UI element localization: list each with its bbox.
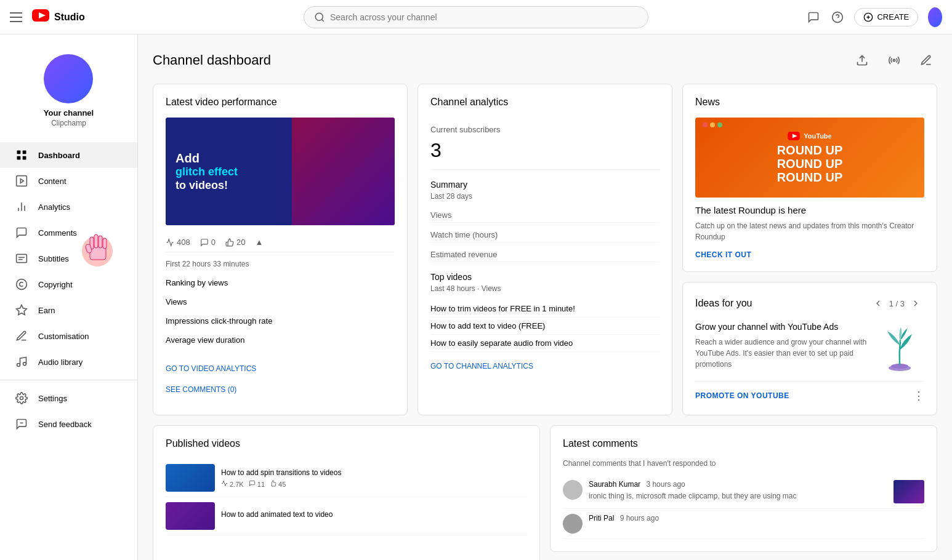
- sidebar-item-send-feedback[interactable]: Send feedback: [0, 411, 137, 437]
- comment-info-1: Saurabh Kumar 3 hours ago ironic thing i…: [589, 480, 887, 503]
- check-out-btn[interactable]: CHECK IT OUT: [695, 250, 751, 259]
- go-to-analytics-btn[interactable]: GO TO VIDEO ANALYTICS: [166, 364, 395, 373]
- pub-video-1: How to add spin transitions to videos 2.…: [166, 459, 527, 497]
- latest-comments-sub: Channel comments that I haven't responde…: [563, 459, 924, 468]
- create-button[interactable]: CREATE: [854, 8, 918, 26]
- svg-rect-10: [23, 151, 26, 154]
- comment-meta-2: Priti Pal 9 hours ago: [589, 514, 924, 522]
- content-grid: Latest video performance Add glitch effe…: [153, 84, 937, 415]
- sidebar-comments-label: Comments: [38, 228, 77, 238]
- content-icon: [15, 174, 28, 188]
- ideas-illustration: [875, 322, 924, 371]
- svg-point-23: [17, 364, 20, 367]
- pub-video-stats-1: 2.7K 11 45: [221, 480, 527, 488]
- svg-point-21: [17, 279, 27, 290]
- comment-meta-1: Saurabh Kumar 3 hours ago: [589, 480, 887, 489]
- header: Studio CREATE: [0, 0, 952, 34]
- hamburger-menu[interactable]: [10, 10, 25, 25]
- channel-handle: Clipchamp: [51, 119, 86, 127]
- go-to-channel-analytics-btn[interactable]: GO TO CHANNEL ANALYTICS: [430, 362, 533, 370]
- sidebar-item-earn[interactable]: Earn: [0, 297, 137, 323]
- comment-1: Saurabh Kumar 3 hours ago ironic thing i…: [563, 475, 924, 509]
- svg-point-2: [315, 13, 323, 20]
- ideas-card: Ideas for you 1 / 3: [682, 282, 937, 415]
- sidebar-nav: Dashboard Content Analytics Comments Sub…: [0, 142, 137, 437]
- published-videos-card: Published videos How to add spin transit…: [153, 425, 540, 560]
- search-bar[interactable]: [304, 6, 648, 28]
- page-title: Channel dashboard: [153, 52, 271, 68]
- channel-name: Your channel: [44, 108, 94, 118]
- svg-rect-18: [17, 254, 27, 262]
- summary-section: Summary Last 28 days Views Watch time (h…: [430, 180, 660, 262]
- metric-views: Views: [430, 208, 660, 223]
- ideas-next-btn[interactable]: [907, 295, 924, 312]
- video-thumbnail[interactable]: Add glitch effect to videos! ⚡ How to ad…: [166, 118, 395, 225]
- sidebar-feedback-label: Send feedback: [38, 420, 92, 429]
- comment-info-2: Priti Pal 9 hours ago: [589, 514, 924, 534]
- messages-icon[interactable]: [807, 7, 821, 27]
- sidebar-item-analytics[interactable]: Analytics: [0, 194, 137, 220]
- promote-footer: PROMOTE ON YOUTUBE ⋮: [695, 381, 924, 402]
- collapse-icon[interactable]: ▲: [255, 238, 263, 247]
- svg-point-25: [20, 397, 23, 400]
- top-videos-period: Last 48 hours · Views: [430, 284, 660, 293]
- dashboard-icon: [15, 148, 28, 162]
- latest-video-card: Latest video performance Add glitch effe…: [153, 84, 408, 415]
- ideas-prev-btn[interactable]: [869, 295, 887, 312]
- sidebar-dashboard-label: Dashboard: [38, 151, 80, 160]
- search-input[interactable]: [330, 12, 638, 22]
- channel-analytics-title: Channel analytics: [430, 97, 660, 108]
- help-icon[interactable]: [831, 7, 845, 27]
- comment-2: Priti Pal 9 hours ago: [563, 509, 924, 539]
- promote-btn[interactable]: PROMOTE ON YOUTUBE: [695, 391, 789, 400]
- sidebar-subtitles-label: Subtitles: [38, 254, 69, 263]
- news-article-title: The latest Roundup is here: [695, 205, 924, 215]
- pub-thumb-1[interactable]: [166, 464, 215, 492]
- main-content: Channel dashboard Latest video performan…: [138, 34, 952, 560]
- pub-comments-1: 11: [249, 480, 265, 488]
- ideas-page-info: 1 / 3: [889, 299, 905, 308]
- sidebar-item-audio-library[interactable]: Audio library: [0, 349, 137, 375]
- more-options-icon[interactable]: ⋮: [913, 389, 924, 402]
- sidebar-item-content[interactable]: Content: [0, 168, 137, 194]
- news-title: News: [695, 97, 924, 108]
- svg-rect-12: [17, 156, 21, 160]
- metrics-list: Ranking by views Views Impressions click…: [166, 276, 395, 347]
- sidebar-item-settings[interactable]: Settings: [0, 385, 137, 411]
- pub-video-title-1: How to add spin transitions to videos: [221, 468, 527, 478]
- sidebar-content-label: Content: [38, 177, 67, 186]
- search-icon: [314, 12, 325, 23]
- yt-studio-logo[interactable]: Studio: [32, 9, 85, 25]
- ideas-header: Ideas for you 1 / 3: [695, 295, 924, 312]
- copyright-icon: [15, 278, 28, 291]
- latest-video-title: Latest video performance: [166, 97, 395, 108]
- analytics-icon: [15, 200, 28, 214]
- edit-icon[interactable]: [915, 49, 937, 71]
- second-row: Published videos How to add spin transit…: [153, 425, 937, 560]
- sidebar-item-dashboard[interactable]: Dashboard: [0, 142, 137, 168]
- sidebar-item-copyright[interactable]: Copyright: [0, 271, 137, 297]
- time-label: First 22 hours 33 minutes: [166, 260, 395, 268]
- svg-point-24: [23, 362, 26, 366]
- svg-marker-22: [17, 305, 27, 315]
- user-avatar[interactable]: [928, 7, 942, 27]
- top-videos-list: How to trim videos for FREE in 1 minute!…: [430, 300, 660, 352]
- channel-avatar[interactable]: [44, 54, 93, 103]
- summary-title: Summary: [430, 180, 660, 190]
- idea-desc: Reach a wider audience and grow your cha…: [695, 337, 875, 370]
- sidebar-item-customisation[interactable]: Customisation: [0, 323, 137, 349]
- svg-point-28: [893, 59, 895, 61]
- sidebar-item-comments[interactable]: Comments: [0, 220, 137, 246]
- see-comments-btn[interactable]: SEE COMMENTS (0): [166, 385, 395, 394]
- comment-text-1: ironic thing is, microsoft made clipcamp…: [589, 491, 887, 502]
- live-icon[interactable]: [883, 49, 905, 71]
- comment-thumb-1: [894, 480, 924, 503]
- pub-thumb-2[interactable]: [166, 502, 215, 530]
- summary-period: Last 28 days: [430, 192, 660, 201]
- sidebar-item-subtitles[interactable]: Subtitles: [0, 246, 137, 271]
- subscribers-section: Current subscribers 3: [430, 118, 660, 170]
- upload-icon[interactable]: [851, 49, 873, 71]
- top-video-1: How to trim videos for FREE in 1 minute!: [430, 300, 660, 318]
- idea-title: Grow your channel with YouTube Ads: [695, 322, 875, 332]
- ideas-content: Grow your channel with YouTube Ads Reach…: [695, 322, 924, 371]
